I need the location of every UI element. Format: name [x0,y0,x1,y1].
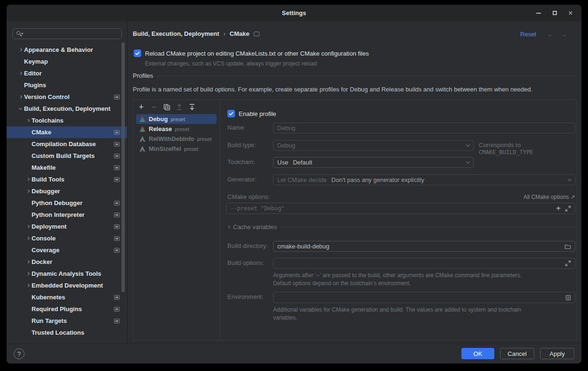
cmake-options-field[interactable]: --preset "Debug" + [226,203,575,214]
sidebar-item-dynamic-analysis-tools[interactable]: Dynamic Analysis Tools [7,268,127,280]
sidebar-item-coverage[interactable]: Coverage [7,244,127,256]
chevron-right-icon[interactable] [24,223,32,231]
chevron-right-icon[interactable] [24,117,32,124]
sidebar-item-trusted-locations[interactable]: Trusted Locations [7,327,127,338]
profile-item-debug[interactable]: Debugpreset [136,114,217,124]
add-profile-button[interactable]: + [137,103,145,111]
profile-preset-tag: preset [197,136,212,142]
help-button[interactable]: ? [14,348,24,359]
sidebar-item-label: Editor [24,70,42,77]
environment-browse-icon[interactable] [565,295,571,301]
profile-item-minsizerel[interactable]: MinSizeRelpreset [136,144,217,154]
sidebar-item-docker[interactable]: Docker [7,256,127,268]
sidebar-item-python-debugger[interactable]: Python Debugger [7,197,127,209]
environment-field[interactable] [273,292,575,303]
sidebar-item-custom-build-targets[interactable]: Custom Build Targets [7,150,127,162]
enable-profile-checkbox-row[interactable]: Enable profile [227,110,276,117]
close-button[interactable]: × [563,5,579,21]
move-up-button[interactable] [176,103,183,111]
chevron-right-icon[interactable] [24,188,32,195]
chevron-right-icon[interactable] [24,282,32,289]
sidebar-item-required-plugins[interactable]: Required Plugins [7,303,127,315]
chevron-right-icon[interactable] [24,176,32,183]
back-arrow-icon[interactable]: ← [547,30,554,38]
reload-note: External changes, such as VCS update, al… [145,60,317,67]
sidebar-item-kubernetes[interactable]: Kubernetes [7,291,127,303]
expand-icon[interactable] [565,206,571,212]
chevron-right-icon[interactable] [24,258,32,266]
add-option-icon[interactable]: + [556,204,561,213]
in-place-settings-icon [114,154,120,158]
toolchain-select[interactable]: Use Default [273,157,474,168]
move-down-button[interactable] [188,103,196,111]
search-input[interactable] [12,28,122,39]
checkbox-checked-icon[interactable] [227,110,235,117]
cancel-button[interactable]: Cancel [500,348,534,359]
sidebar-item-keymap[interactable]: Keymap [7,56,127,67]
sidebar-item-python-interpreter[interactable]: Python Interpreter [7,209,127,221]
in-place-settings-icon [114,248,120,253]
chevron-right-icon[interactable] [16,46,24,54]
generator-select[interactable]: Let CMake decide Don't pass any generato… [273,174,575,185]
chevron-right-icon[interactable] [24,235,32,242]
sidebar-item-compilation-database[interactable]: Compilation Database [7,138,127,150]
breadcrumb-segment[interactable]: Build, Execution, Deployment [133,30,219,37]
sidebar-item-deployment[interactable]: Deployment [7,221,127,232]
settings-sidebar: Appearance & BehaviorKeymapEditorPlugins… [7,21,128,344]
sidebar-item-makefile[interactable]: Makefile [7,162,127,173]
sidebar-item-build-execution-deployment[interactable]: Build, Execution, Deployment [7,103,127,115]
sidebar-item-plugins[interactable]: Plugins [7,79,127,91]
reset-link[interactable]: Reset [520,31,536,38]
chevron-spacer [16,82,24,89]
forward-arrow-icon[interactable]: → [560,30,567,38]
sidebar-item-embedded-development[interactable]: Embedded Development [7,280,127,291]
expand-icon[interactable] [565,260,571,266]
chevron-down-icon[interactable] [16,105,24,113]
in-place-settings-icon [114,319,120,323]
sidebar-item-label: Docker [32,258,52,265]
sidebar-item-cmake[interactable]: CMake [7,126,127,138]
remove-profile-button[interactable]: − [150,103,158,111]
profiles-list: DebugpresetReleasepresetRelWithDebInfopr… [133,114,219,154]
chevron-down-icon [568,177,572,181]
sidebar-item-label: Python Debugger [32,199,82,206]
all-cmake-options-link[interactable]: All CMake options ↗ [524,194,575,200]
cache-variables-toggle[interactable]: Cache variables [227,223,575,231]
ok-button[interactable]: OK [461,348,494,359]
sidebar-item-console[interactable]: Console [7,232,127,244]
sidebar-item-label: Appearance & Behavior [24,46,93,53]
profile-preset-tag: preset [170,116,185,122]
reload-cmake-checkbox-row[interactable]: Reload CMake project on editing CMakeLis… [134,49,369,57]
sidebar-item-run-targets[interactable]: Run Targets [7,315,127,327]
copy-profile-button[interactable] [163,103,170,111]
maximize-button[interactable] [547,5,563,21]
build-options-field[interactable] [273,258,575,269]
chevron-down-icon [466,160,470,164]
checkbox-checked-icon[interactable] [134,49,141,57]
apply-button[interactable]: Apply [540,348,574,359]
build-directory-field[interactable]: cmake-build-debug [273,241,575,252]
chevron-spacer [24,247,32,254]
profiles-panel: + − DebugpresetReleasepresetRelWithDebIn… [133,99,577,340]
folder-icon[interactable] [564,244,571,249]
profile-item-relwithdebinfo[interactable]: RelWithDebInfopreset [136,134,217,144]
sidebar-item-debugger[interactable]: Debugger [7,185,127,197]
build-type-select[interactable]: Debug [273,140,474,151]
chevron-right-icon[interactable] [16,70,24,77]
profile-item-release[interactable]: Releasepreset [136,124,217,134]
cmake-icon-disabled [139,135,146,142]
sidebar-item-toolchains[interactable]: Toolchains [7,115,127,126]
name-field[interactable]: Debug [273,123,575,133]
breadcrumb-segment[interactable]: CMake [230,30,250,37]
sidebar-item-version-control[interactable]: Version Control [7,91,127,103]
sidebar-item-editor[interactable]: Editor [7,67,127,79]
sidebar-item-build-tools[interactable]: Build Tools [7,173,127,185]
in-place-settings-icon [114,177,120,182]
sidebar-item-label: Run Targets [32,317,67,324]
profile-name: MinSizeRel [149,145,181,152]
chevron-right-icon[interactable] [24,270,32,278]
chevron-right-icon[interactable] [16,93,24,101]
minimize-button[interactable] [531,5,547,21]
sidebar-item-appearance-behavior[interactable]: Appearance & Behavior [7,44,127,56]
sidebar-scrollbar[interactable] [121,42,125,292]
